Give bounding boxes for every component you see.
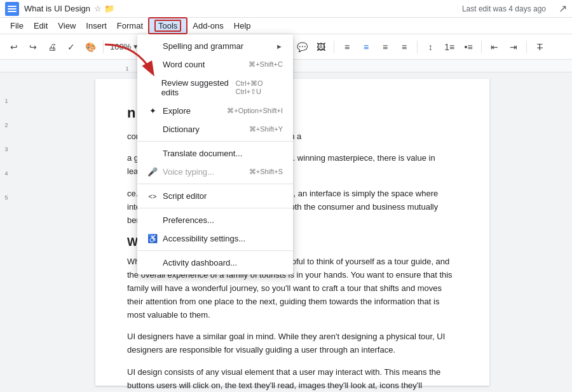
menu-tools-wordcount[interactable]: Word count ⌘+Shift+C — [137, 55, 293, 74]
menu-tools-activity[interactable]: Activity dashboard... — [137, 253, 293, 272]
dropdown-sep-3 — [137, 208, 293, 208]
shortcut-review: Ctrl+⌘O Ctrl+⇧U — [236, 79, 283, 96]
shortcut-voice: ⌘+Shift+S — [249, 168, 283, 176]
menu-tools-preferences[interactable]: Preferences... — [137, 211, 293, 229]
menu-tools-spelling[interactable]: Spelling and grammar ► — [137, 37, 293, 55]
menu-tools-voice[interactable]: 🎤 Voice typing... ⌘+Shift+S — [137, 163, 293, 181]
shortcut-wordcount: ⌘+Shift+C — [249, 60, 283, 69]
tools-dropdown-menu: Spelling and grammar ► Word count ⌘+Shif… — [137, 34, 293, 274]
dropdown-sep-1 — [137, 141, 293, 142]
dropdown-sep-2 — [137, 184, 293, 184]
voice-icon: 🎤 — [147, 167, 158, 177]
menu-tools-explore[interactable]: ✦ Explore ⌘+Option+Shift+I — [137, 102, 293, 120]
dropdown-sep-4 — [137, 250, 293, 251]
menu-tools-script[interactable]: <> Script editor — [137, 187, 293, 205]
accessibility-icon: ♿ — [147, 234, 158, 243]
explore-icon: ✦ — [147, 106, 158, 116]
menu-tools-translate[interactable]: Translate document... — [137, 144, 293, 163]
shortcut-dictionary: ⌘+Shift+Y — [249, 125, 283, 133]
script-icon: <> — [147, 193, 158, 200]
menu-tools-accessibility[interactable]: ♿ Accessibility settings... — [137, 229, 293, 248]
submenu-arrow-spelling: ► — [276, 43, 283, 50]
menu-tools-dictionary[interactable]: Dictionary ⌘+Shift+Y — [137, 120, 293, 139]
menu-tools-review[interactable]: Review suggested edits Ctrl+⌘O Ctrl+⇧U — [137, 74, 293, 102]
shortcut-explore: ⌘+Option+Shift+I — [227, 107, 283, 115]
